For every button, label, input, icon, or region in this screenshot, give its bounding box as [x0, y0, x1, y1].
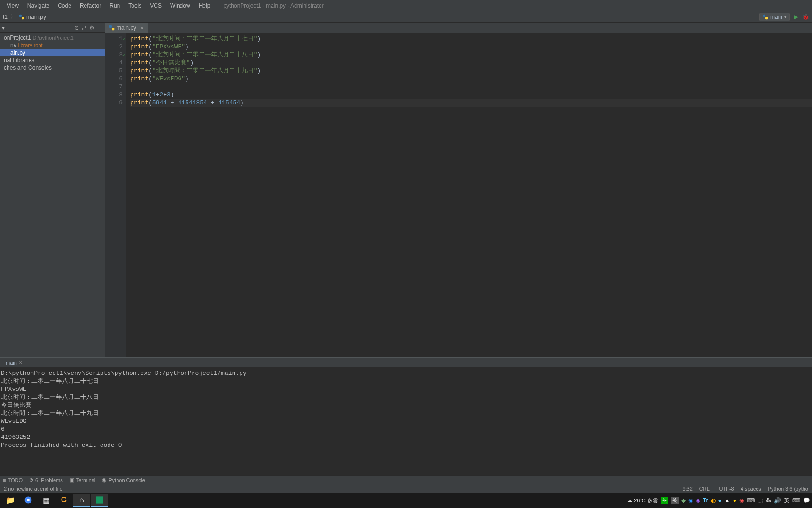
cursor-position[interactable]: 9:32	[682, 486, 692, 492]
indent-setting[interactable]: 4 spaces	[741, 486, 761, 492]
tray-icon-9[interactable]: ▲	[725, 497, 730, 504]
gutter-line[interactable]: 2	[107, 43, 123, 51]
menu-run[interactable]: Run	[106, 1, 124, 10]
tray-icon-ime[interactable]: ⌨	[747, 497, 755, 504]
minimize-button[interactable]: —	[792, 2, 806, 9]
code-line[interactable]: print("北京时间：二零二一年八月二十七日")	[130, 35, 812, 43]
locate-icon[interactable]: ⊙	[74, 24, 79, 31]
code-editor[interactable]: 1✓23✓456789 print("北京时间：二零二一年八月二十七日")pri…	[105, 33, 812, 357]
run-config-selector[interactable]: main ▾	[759, 13, 790, 21]
weather-widget[interactable]: ☁ 26°C 多雲	[627, 497, 658, 504]
gutter-line[interactable]: 4	[107, 59, 123, 67]
python-interpreter[interactable]: Python 3.6 (pytho	[768, 486, 808, 492]
expand-icon[interactable]: ⇄	[82, 24, 86, 31]
taskbar-app-5[interactable]: ⌂	[73, 494, 90, 507]
tray-icon-keyboard[interactable]: ⌨	[792, 497, 800, 504]
problems-label: 6: Problems	[35, 477, 63, 483]
run-tab[interactable]: main ✕	[3, 359, 25, 366]
code-line[interactable]: print("FPXvsWE")	[130, 43, 812, 51]
console-line: 北京时间：二零二一年八月二十八日	[1, 393, 811, 401]
taskbar-explorer[interactable]: 📁	[2, 494, 19, 507]
settings-icon[interactable]: ⚙	[89, 24, 94, 31]
tray-lang[interactable]: 英	[784, 497, 789, 505]
taskbar-pycharm[interactable]	[91, 494, 108, 507]
tray-icon-4[interactable]: ◉	[688, 497, 693, 504]
menu-help[interactable]: Help	[195, 1, 214, 10]
python-icon	[109, 25, 115, 31]
code-line[interactable]	[130, 83, 812, 91]
close-icon[interactable]: ✕	[140, 25, 144, 31]
taskbar-app-4[interactable]: G	[55, 494, 72, 507]
tray-icon-11[interactable]: ◉	[739, 497, 744, 504]
tree-row[interactable]: ain.py	[0, 49, 105, 56]
hide-icon[interactable]: —	[97, 24, 103, 31]
gutter-line[interactable]: 7	[107, 83, 123, 91]
svg-rect-1	[22, 17, 24, 19]
code-body[interactable]: print("北京时间：二零二一年八月二十七日")print("FPXvsWE"…	[126, 33, 812, 357]
file-encoding[interactable]: UTF-8	[719, 486, 734, 492]
gutter-line[interactable]: 8	[107, 91, 123, 99]
todo-label: TODO	[8, 477, 23, 483]
python-console-tab[interactable]: ◉ Python Console	[102, 477, 145, 483]
gutter-line[interactable]: 3✓	[107, 51, 123, 59]
line-separator[interactable]: CRLF	[699, 486, 713, 492]
tree-row[interactable]: nv library root	[0, 41, 105, 49]
gutter-line[interactable]: 1✓	[107, 35, 123, 43]
terminal-tab[interactable]: ▣ Terminal	[70, 477, 96, 483]
tray-icon-3[interactable]: ◆	[681, 497, 686, 504]
menu-tools[interactable]: Tools	[125, 1, 145, 10]
run-config-label: main	[770, 14, 782, 20]
tree-row[interactable]: nal Libraries	[0, 56, 105, 64]
gutter-line[interactable]: 9	[107, 99, 123, 107]
code-line[interactable]: print("今日無比賽")	[130, 59, 812, 67]
tray-icon-1[interactable]: 英	[661, 497, 668, 504]
tree-label: nv	[10, 42, 16, 48]
menu-code[interactable]: Code	[54, 1, 75, 10]
tree-row[interactable]: ches and Consoles	[0, 64, 105, 71]
close-icon[interactable]: ✕	[19, 360, 23, 365]
tray-icon-2[interactable]: 英	[671, 497, 679, 504]
debug-button[interactable]: 🐞	[802, 14, 809, 20]
code-line[interactable]: print(5944 + 41541854 + 415454)	[130, 99, 812, 107]
python-console-icon: ◉	[102, 477, 107, 483]
menu-window[interactable]: Window	[166, 1, 194, 10]
terminal-icon: ▣	[70, 477, 74, 483]
run-button[interactable]: ▶	[794, 13, 798, 20]
tray-icon-net[interactable]: 🖧	[765, 497, 771, 504]
menu-view[interactable]: View	[3, 1, 23, 10]
tray-icon-7[interactable]: ◐	[711, 497, 716, 504]
tree-row[interactable]: onProject1 D:\pythonProject1	[0, 34, 105, 41]
console-line: Process finished with exit code 0	[1, 441, 811, 449]
todo-tab[interactable]: ≡ TODO	[3, 477, 23, 483]
breadcrumb-project[interactable]: t1	[3, 14, 8, 20]
taskbar-chrome[interactable]	[20, 494, 37, 507]
breadcrumb-file[interactable]: main.py	[19, 14, 46, 20]
breadcrumb-separator: 〉	[10, 13, 16, 21]
tray-icon-notif[interactable]: 💬	[803, 497, 810, 504]
menu-navigate[interactable]: Navigate	[23, 1, 53, 10]
code-line[interactable]: print("北京时间：二零二一年八月二十八日")	[130, 51, 812, 59]
taskbar-app-3[interactable]: ▦	[38, 494, 55, 507]
checkmark-icon: ✓	[123, 35, 125, 43]
gutter-line[interactable]: 5	[107, 67, 123, 75]
tray-icon-usb[interactable]: ⬚	[757, 497, 763, 504]
titlebar: View Navigate Code Refactor Run Tools VC…	[0, 0, 812, 11]
svg-rect-0	[19, 14, 22, 16]
menu-vcs[interactable]: VCS	[146, 1, 165, 10]
editor-tab-main[interactable]: main.py ✕	[105, 23, 148, 33]
tray-icon-10[interactable]: ●	[733, 497, 736, 504]
gutter-line[interactable]: 6	[107, 75, 123, 83]
tray-icon-5[interactable]: ◈	[696, 497, 700, 504]
tray-icon-vol[interactable]: 🔊	[774, 497, 781, 504]
status-bar: 2 no newline at end of file 9:32 CRLF UT…	[0, 484, 812, 493]
console-output[interactable]: D:\pythonProject1\venv\Scripts\python.ex…	[0, 367, 812, 475]
python-icon	[19, 14, 24, 20]
project-dropdown[interactable]: ▾	[2, 24, 5, 31]
tray-icon-8[interactable]: ●	[718, 497, 722, 504]
tray-icon-6[interactable]: Tr	[703, 497, 708, 504]
code-line[interactable]: print("北京時間：二零二一年八月二十九日")	[130, 67, 812, 75]
menu-refactor[interactable]: Refactor	[76, 1, 105, 10]
code-line[interactable]: print(1+2+3)	[130, 91, 812, 99]
code-line[interactable]: print("WEvsEDG")	[130, 75, 812, 83]
problems-tab[interactable]: ⊘ 6: Problems	[29, 477, 63, 483]
